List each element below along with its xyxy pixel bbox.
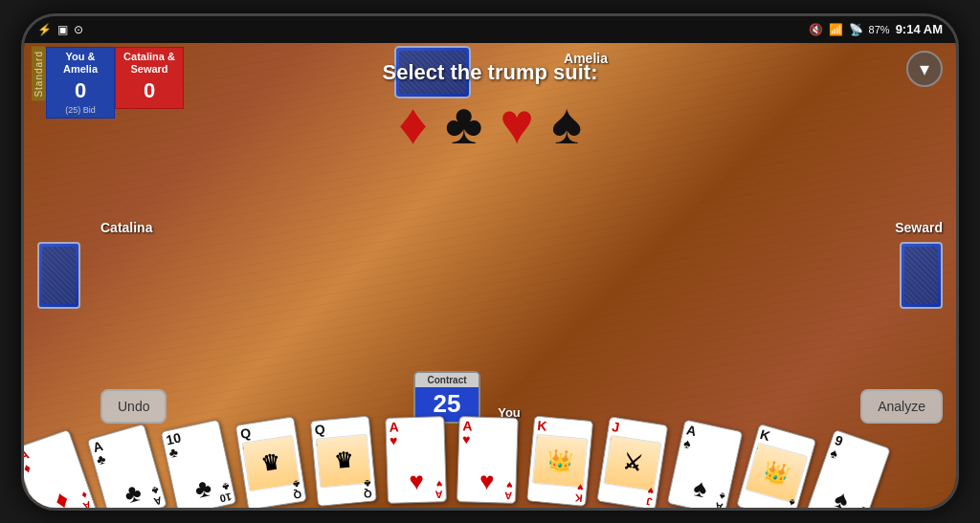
cards-hand: A ♦ ♦ A ♦ A ♣ ♣ A ♣ 10 ♣ ♣ 10 ♣ Q ♣ ♛ Q … — [69, 403, 911, 508]
hand-card-2[interactable]: 10 ♣ ♣ 10 ♣ — [161, 419, 237, 507]
status-left-icons: ⚡ ▣ ⊙ — [37, 23, 83, 36]
hand-card-6[interactable]: A ♥ ♥ A ♥ — [457, 416, 519, 504]
trump-heart[interactable]: ♥ — [500, 96, 534, 153]
wifi-icon: 📶 — [829, 23, 843, 36]
trump-spade[interactable]: ♠ — [551, 96, 582, 153]
standard-label: Standard — [32, 47, 46, 101]
hand-card-11[interactable]: 9 ♠ ♠ 9 ♠ — [807, 428, 891, 507]
battery-percent: 87% — [869, 24, 890, 35]
game-area: Standard You &Amelia 0 (25) Bid Catalina… — [24, 43, 956, 508]
hand-card-10[interactable]: K ♠ 👑 K ♠ — [736, 424, 816, 508]
status-bar: ⚡ ▣ ⊙ 🔇 📶 📡 87% 9:14 AM — [24, 16, 956, 43]
clock: 9:14 AM — [896, 22, 943, 36]
trump-club[interactable]: ♣ — [445, 96, 482, 153]
catalina-cards — [37, 242, 80, 309]
contract-label: Contract — [415, 373, 479, 387]
player-seward-label: Seward — [895, 220, 943, 235]
status-right-icons: 🔇 📶 📡 87% 9:14 AM — [809, 22, 943, 36]
team-you-amelia: You &Amelia 0 (25) Bid — [46, 47, 115, 119]
team-you-amelia-meta: (25) Bid — [61, 103, 100, 118]
team-catalina-seward-meta — [145, 103, 153, 108]
team-catalina-seward-name: Catalina &Seward — [120, 48, 179, 78]
hand-card-0[interactable]: A ♦ ♦ A ♦ — [24, 428, 97, 507]
team-catalina-seward: Catalina &Seward 0 — [115, 47, 184, 109]
player-catalina-label: Catalina — [100, 220, 152, 235]
team-you-amelia-name: You &Amelia — [59, 48, 101, 78]
battery-display: 87% — [869, 24, 890, 35]
hand-card-1[interactable]: A ♣ ♣ A ♣ — [86, 424, 167, 508]
hand-card-8[interactable]: J ♥ ⚔ J ♥ — [596, 417, 668, 508]
hand-card-7[interactable]: K ♥ 👑 K ♥ — [526, 415, 593, 506]
signal-icon: 📡 — [849, 23, 863, 36]
hand-card-9[interactable]: A ♠ ♠ A ♠ — [666, 419, 743, 507]
wifi-signal-icon: ⊙ — [74, 23, 83, 36]
mute-icon: 🔇 — [809, 23, 823, 36]
usb-icon: ⚡ — [37, 23, 52, 36]
trump-diamond[interactable]: ♦ — [398, 96, 428, 153]
trump-suits-container: ♦ ♣ ♥ ♠ — [398, 96, 582, 153]
hand-card-4[interactable]: Q ♣ ♛ Q ♣ — [310, 415, 377, 506]
hand-card-3[interactable]: Q ♣ ♛ Q ♣ — [235, 417, 307, 508]
direction-button[interactable] — [906, 51, 943, 87]
device-frame: ⚡ ▣ ⊙ 🔇 📶 📡 87% 9:14 AM Standard You &Am… — [21, 13, 959, 511]
team-catalina-seward-score: 0 — [140, 78, 159, 103]
seward-cards — [900, 242, 943, 309]
sim-icon: ▣ — [57, 23, 68, 36]
score-panel: Standard You &Amelia 0 (25) Bid Catalina… — [32, 47, 184, 119]
hand-card-5[interactable]: A ♥ ♥ A ♥ — [385, 416, 447, 504]
trump-header: Select the trump suit: — [383, 60, 598, 85]
team-you-amelia-score: 0 — [71, 78, 90, 103]
